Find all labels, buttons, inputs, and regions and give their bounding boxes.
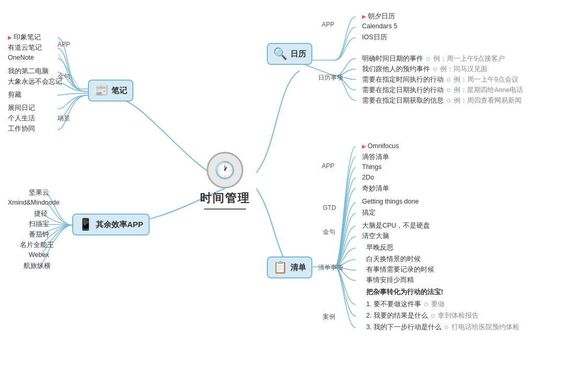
label-checklist-items: 清单事项 (318, 263, 343, 272)
item-qimiao: 奇妙清单 (362, 184, 389, 193)
item-gaoding: 搞定 (362, 208, 376, 217)
item-mingpian: 名片全能王 (20, 241, 54, 250)
item-anli1: 1. 要不要做这件事 要做 (366, 300, 445, 309)
item-cal5: 需要在指定日期获取的信息 例：周四查看网易新闻 (362, 96, 522, 105)
item-cal2-text: 我们跟他人的预约事件 (362, 65, 430, 74)
item-fazao-title: 把杂事转化为行动的法宝! (366, 288, 443, 297)
item-anli1-example: 要做 (431, 300, 445, 309)
label-app-notes: APP (58, 41, 70, 48)
center-icon: 🕐 (207, 152, 243, 188)
branch-checklist: 📋 清单 (267, 256, 312, 278)
circle4 (447, 88, 450, 92)
branch-other-apps: 📱 其余效率APP (72, 214, 150, 236)
item-cal5-text: 需要在指定日期获取的信息 (362, 96, 444, 105)
item-cal4: 需要在指定日期执行的行动 例：星期四给Anne电话 (362, 86, 523, 95)
item-cal3-example: 例：周一上午9点会议 (454, 75, 518, 84)
calendar-label: 日历 (290, 49, 306, 59)
label-app-calendar: APP (322, 21, 334, 28)
item-zhanjian: 展间日记 (8, 104, 35, 113)
checklist-icon: 📋 (273, 261, 287, 274)
notes-icon: 📰 (94, 84, 108, 97)
checklist-label: 清单 (290, 263, 306, 273)
other-apps-icon: 📱 (78, 218, 93, 231)
label-anli: 案例 (323, 312, 335, 321)
circle1 (426, 57, 430, 61)
item-qingjing: 白天换情景的时候 (366, 255, 421, 264)
item-iosrili: IOS日历 (362, 33, 387, 42)
item-omnifocus: Omnifocus (362, 142, 399, 150)
item-gzxietong: 工作协同 (8, 125, 35, 133)
item-shaoerjing: 事情安排少而精 (366, 276, 414, 285)
item-elephant: 大象永远不会忘记 (8, 77, 62, 86)
item-second-brain: 我的第二电脑 (8, 67, 49, 76)
item-grshenghuo: 个人生活 (8, 114, 35, 123)
item-cal3: 需要在指定时间执行的行动 例：周一上午9点会议 (362, 75, 518, 84)
branch-calendar: 🔍 日历 (267, 43, 312, 65)
item-jianguoyun: 坚果云 (29, 188, 49, 197)
label-gtd: GTD (323, 204, 336, 211)
center-underline (204, 208, 246, 210)
center-title: 时间管理 (194, 191, 256, 206)
item-youshiqing: 有事情需要记录的时候 (366, 265, 434, 274)
item-jiejing: 捷径 (34, 209, 48, 218)
circle-a2 (431, 314, 435, 318)
item-yinxiang: 印象笔记 (8, 33, 41, 42)
other-apps-label: 其余效率APP (96, 220, 143, 230)
item-zaowanfansi: 早晚反思 (366, 243, 393, 252)
item-things: Things (362, 163, 382, 171)
item-cal1-example: 例：周一上午9点接客户 (433, 54, 505, 63)
item-anli3-text: 3. 我的下一步行动是什么 (366, 323, 442, 332)
item-jiancang: 剪藏 (8, 91, 21, 99)
item-cal3-text: 需要在指定时间执行的行动 (362, 75, 444, 84)
item-anli1-text: 1. 要不要做这件事 (366, 300, 421, 309)
item-anli2: 2. 我要的结果是什么 拿到体检报告 (366, 311, 479, 320)
label-scene-notes: 场景 (58, 114, 70, 123)
item-cal4-example: 例：星期四给Anne电话 (454, 86, 523, 95)
item-hanglv: 航旅纵横 (24, 262, 51, 271)
item-cal2-example: 例：同马汉见面 (440, 65, 488, 74)
item-gtd1: Getting things done (362, 198, 419, 205)
item-anli2-text: 2. 我要的结果是什么 (366, 311, 428, 320)
calendar-icon: 🔍 (273, 47, 287, 61)
item-cal4-text: 需要在指定日期执行的行动 (362, 86, 444, 95)
label-jingu-notes: 金句 (58, 72, 70, 81)
circle-a1 (424, 303, 428, 306)
item-qingkong: 清空大脑 (362, 232, 389, 241)
center-node: 🕐 时间管理 (194, 152, 256, 210)
circle2 (433, 68, 437, 71)
item-cpu: 大脑是CPU，不是硬盘 (362, 221, 430, 230)
label-jingu-checklist: 金句 (323, 228, 335, 237)
item-youdao: 有道云笔记 (8, 43, 42, 52)
item-zhaoxiri: 朝夕日历 (362, 12, 395, 21)
item-saomiao: 扫描宝 (29, 220, 49, 229)
label-app-checklist: APP (322, 162, 334, 170)
item-anli3: 3. 我的下一步行动是什么 打电话给医院预约体检 (366, 323, 519, 332)
circle-a3 (445, 326, 448, 329)
item-calendars5: Calendars 5 (362, 23, 397, 30)
circle3 (447, 78, 450, 82)
item-anli3-example: 打电话给医院预约体检 (451, 323, 519, 332)
branch-notes: 📰 笔记 (88, 80, 133, 102)
item-cal5-example: 例：周四查看网易新闻 (454, 96, 522, 105)
item-cal1-text: 明确时间日期的事件 (362, 54, 423, 63)
item-anli2-example: 拿到体检报告 (438, 311, 479, 320)
item-xmind: Xmind&Mindnode (8, 199, 60, 206)
item-2do: 2Do (362, 174, 374, 181)
item-webex: Webex (29, 251, 49, 259)
label-calendar-items: 日历事项 (318, 73, 343, 82)
item-cal1: 明确时间日期的事件 例：周一上午9点接客户 (362, 54, 505, 63)
item-dida: 滴答清单 (362, 153, 389, 162)
item-onenote: OneNote (8, 54, 34, 61)
item-fanjiazhong: 番茄钟 (29, 230, 49, 239)
item-cal2: 我们跟他人的预约事件 例：同马汉见面 (362, 65, 488, 74)
notes-label: 笔记 (111, 86, 127, 96)
circle5 (447, 99, 450, 103)
